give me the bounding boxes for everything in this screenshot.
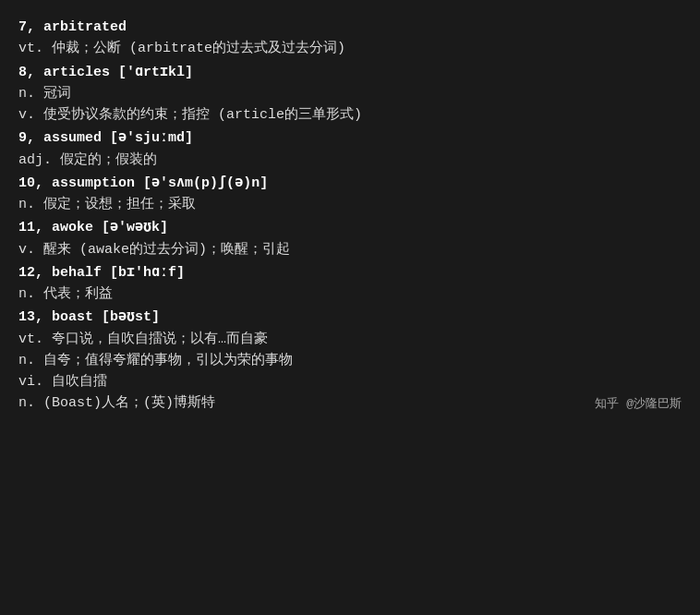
entry: 9, assumed [ə'sjuːmd]adj. 假定的；假装的 [18, 127, 682, 171]
entry: 13, boast [bəʊst]vt. 夸口说，自吹自擂说；以有…而自豪n. … [18, 307, 682, 414]
entry-definition: n. 假定；设想；担任；采取 [18, 194, 682, 215]
entry-header: 11, awoke [ə'wəʊk] [18, 217, 682, 238]
entry: 7, arbitratedvt. 仲裁；公断 (arbitrate的过去式及过去… [18, 17, 682, 60]
entry-header: 12, behalf [bɪ'hɑːf] [18, 262, 682, 283]
entry-definition: v. 醒来 (awake的过去分词)；唤醒；引起 [18, 239, 682, 260]
entry-header: 13, boast [bəʊst] [18, 307, 682, 328]
entry: 10, assumption [ə'sʌm(p)ʃ(ə)n]n. 假定；设想；担… [18, 173, 682, 216]
entry-definition: vt. 夸口说，自吹自擂说；以有…而自豪 [18, 329, 682, 350]
entry-header: 7, arbitrated [18, 17, 682, 38]
entry-definition: v. 使受协议条款的约束；指控 (article的三单形式) [18, 104, 682, 126]
content-area: 7, arbitratedvt. 仲裁；公断 (arbitrate的过去式及过去… [18, 17, 682, 415]
entry-definition: adj. 假定的；假装的 [18, 150, 682, 171]
entry-definition: vi. 自吹自擂 [18, 371, 682, 392]
entry-definition: n. 代表；利益 [18, 283, 682, 305]
entry-definition: vt. 仲裁；公断 (arbitrate的过去式及过去分词) [18, 38, 682, 59]
entry-header: 8, articles ['ɑrtɪkl] [18, 62, 682, 83]
entry: 12, behalf [bɪ'hɑːf]n. 代表；利益 [18, 262, 682, 306]
entry-header: 10, assumption [ə'sʌm(p)ʃ(ə)n] [18, 173, 682, 194]
entry: 8, articles ['ɑrtɪkl]n. 冠词v. 使受协议条款的约束；指… [18, 62, 682, 127]
entry-header: 9, assumed [ə'sjuːmd] [18, 127, 682, 149]
entry-definition: n. 冠词 [18, 83, 682, 104]
entry-definition: n. (Boast)人名；(英)博斯特 [18, 392, 682, 414]
entries-container: 7, arbitratedvt. 仲裁；公断 (arbitrate的过去式及过去… [18, 17, 682, 415]
entry-definition: n. 自夸；值得夸耀的事物，引以为荣的事物 [18, 350, 682, 371]
watermark: 知乎 @沙隆巴斯 [595, 395, 682, 414]
entry: 11, awoke [ə'wəʊk]v. 醒来 (awake的过去分词)；唤醒；… [18, 217, 682, 260]
